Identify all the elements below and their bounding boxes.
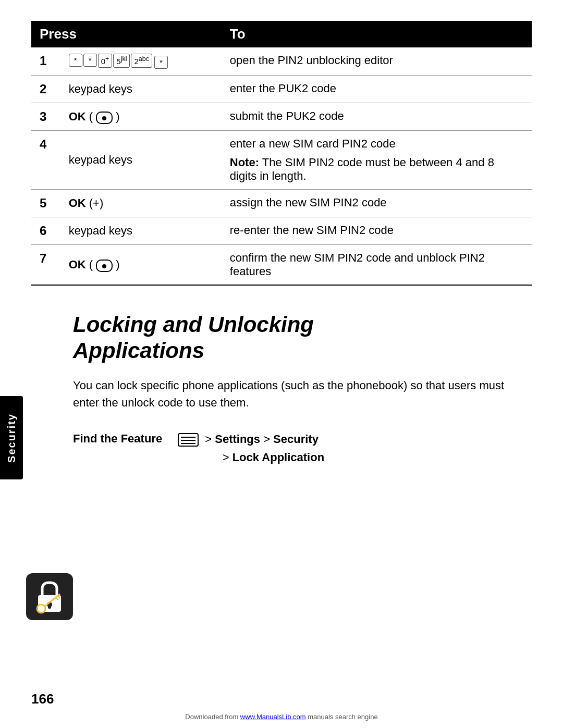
key-star-1: * [69, 54, 82, 67]
path-security: Security [273, 433, 319, 446]
step-number: 6 [31, 217, 60, 245]
press-to-table: Press To 1 * * 0+ 5jkl 2abc * [31, 21, 532, 286]
table-row: 2 keypad keys enter the PUK2 code [31, 76, 532, 103]
key-2: 2abc [131, 54, 152, 68]
step-number: 3 [31, 103, 60, 131]
footer-text: Downloaded from www.ManualsLib.com manua… [0, 713, 563, 721]
section-body: You can lock specific phone applications… [73, 377, 532, 411]
note-label: Note: [230, 156, 259, 169]
note-text-content: The SIM PIN2 code must be between 4 and … [230, 156, 494, 182]
page-container: Security Press To 1 * * 0+ 5jkl 2abc [0, 0, 563, 728]
to-cell: assign the new SIM PIN2 code [222, 190, 532, 217]
press-cell: keypad keys [60, 217, 222, 245]
table-row: 4 keypad keys enter a new SIM card PIN2 … [31, 131, 532, 190]
menu-icon [178, 433, 199, 447]
ok-label-3: OK [69, 110, 86, 123]
table-row: 3 OK ( ) submit the PUK2 code [31, 103, 532, 131]
to-main-text: enter a new SIM card PIN2 code [230, 137, 396, 150]
press-cell: keypad keys [60, 76, 222, 103]
table-row: 5 OK (+) assign the new SIM PIN2 code [31, 190, 532, 217]
to-cell: enter a new SIM card PIN2 code Note: The… [222, 131, 532, 190]
lock-icon-bg [26, 573, 73, 620]
find-feature-label: Find the Feature [73, 430, 162, 446]
nav-oval-3 [96, 112, 113, 124]
press-cell: * * 0+ 5jkl 2abc * [60, 47, 222, 76]
find-feature-row: Find the Feature > Settings > Security >… [73, 430, 532, 466]
to-cell: re-enter the new SIM PIN2 code [222, 217, 532, 245]
press-cell: keypad keys [60, 131, 222, 190]
to-cell: confirm the new SIM PIN2 code and unbloc… [222, 245, 532, 286]
table-row: 7 OK ( ) confirm the new SIM PIN2 code a… [31, 245, 532, 286]
footer-suffix: manuals search engine [308, 713, 377, 721]
section-heading: Locking and Unlocking Applications [73, 312, 532, 364]
key-0: 0+ [98, 54, 113, 68]
step-number: 5 [31, 190, 60, 217]
side-label-text: Security [6, 413, 18, 463]
side-label: Security [0, 396, 23, 479]
to-cell: open the PIN2 unblocking editor [222, 47, 532, 76]
lock-icon [34, 578, 65, 615]
path-arrow-3: > [178, 451, 232, 464]
press-cell: OK ( ) [60, 245, 222, 286]
path-arrow-2: > [263, 433, 273, 446]
nav-oval-7 [96, 260, 113, 272]
footer-link[interactable]: www.ManualsLib.com [240, 713, 306, 721]
note-block: Note: The SIM PIN2 code must be between … [230, 156, 523, 183]
page-number: 166 [31, 691, 54, 707]
heading-line2: Applications [73, 338, 204, 363]
table-row: 6 keypad keys re-enter the new SIM PIN2 … [31, 217, 532, 245]
col-to-header: To [222, 21, 532, 47]
key-star-2: * [83, 54, 97, 67]
press-cell: OK (+) [60, 190, 222, 217]
ok-label-7: OK [69, 258, 86, 271]
key-group: * * 0+ 5jkl 2abc * [69, 54, 213, 69]
step-number: 7 [31, 245, 60, 286]
ok-paren-close-7: ) [116, 258, 119, 271]
nav-dot-3 [102, 116, 106, 120]
key-star-3: * [154, 56, 168, 69]
ok-paren-close-3: ) [116, 110, 119, 123]
table-row: 1 * * 0+ 5jkl 2abc * open the PIN2 unblo… [31, 47, 532, 76]
ok-paren-7: ( [89, 258, 93, 271]
footer-prefix: Downloaded from [185, 713, 240, 721]
press-cell: OK ( ) [60, 103, 222, 131]
to-cell: submit the PUK2 code [222, 103, 532, 131]
svg-rect-6 [48, 604, 51, 609]
step-number: 2 [31, 76, 60, 103]
ok-paren-3: ( [89, 110, 93, 123]
find-feature-path: > Settings > Security > Lock Application [178, 430, 324, 466]
path-settings: Settings [215, 433, 260, 446]
step-number: 4 [31, 131, 60, 190]
path-lock-application: Lock Application [232, 451, 324, 464]
ok-plus-5: (+) [89, 196, 104, 209]
to-cell: enter the PUK2 code [222, 76, 532, 103]
step-number: 1 [31, 47, 60, 76]
heading-line1: Locking and Unlocking [73, 312, 314, 337]
key-5: 5jkl [113, 54, 130, 68]
nav-dot-7 [102, 264, 106, 268]
path-arrow-1: > [205, 433, 215, 446]
col-press-header: Press [31, 21, 222, 47]
lock-icon-container [26, 573, 73, 620]
ok-label-5: OK [69, 196, 86, 209]
